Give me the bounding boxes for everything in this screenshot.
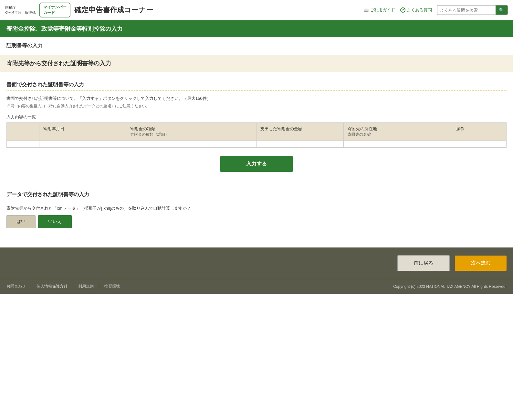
question-icon: ? [400,7,405,13]
table-row [7,141,507,148]
col-date: 寄附年月日 [39,123,126,141]
my-number-badge: マイナンバーカード [39,3,70,17]
book-icon: 📖 [363,8,369,13]
data-description: 寄附先等から交付された「xmlデータ」（拡張子が[.xml]のもの）を取り込んで… [6,205,507,211]
paper-section: 書面で交付された証明書等の入力 書面で交付された証明書等について、「入力する」ボ… [6,81,507,178]
agency-info: 国税庁 令和4年分 所得税 [5,5,36,15]
table-cell-num [7,141,39,148]
col-location: 寄附先の所在地 寄附先の名称 [343,123,452,141]
search-button[interactable]: 🔍 [496,5,508,15]
guide-link[interactable]: 📖 ご利用ガイド [363,7,395,13]
back-button[interactable]: 前に戻る [397,255,450,271]
col-type: 寄附金の種類 寄附金の種類（詳細） [126,123,256,141]
table-cell-amount [256,141,343,148]
sub-heading: 寄附先等から交付された証明書等の入力 [6,59,507,67]
next-button[interactable]: 次へ進む [455,256,507,271]
table-cell-date [39,141,126,148]
no-button[interactable]: いいえ [38,215,72,228]
footer-link-environment[interactable]: 推奨環境 [99,284,125,289]
paper-note: ※同一内容の重複入力（特に自動入力されたデータとの重複）にご注意ください。 [6,103,507,109]
header-nav: 📖 ご利用ガイド ? よくある質問 🔍 [363,5,508,15]
page-title: 寄附金控除、政党等寄附金等特別控除の入力 [6,25,507,33]
footer-link-contact[interactable]: お問合わせ [6,284,31,289]
faq-link[interactable]: ? よくある質問 [400,7,432,13]
list-label: 入力内容の一覧 [6,114,507,120]
header: 国税庁 令和4年分 所得税 マイナンバーカード 確定申告書作成コーナー 📖 ご利… [0,0,513,20]
table-cell-action [452,141,506,148]
copyright: Copyright (c) 2023 NATIONAL TAX AGENCY A… [393,284,507,289]
agency-name: 国税庁 [5,5,16,9]
section-header: 証明書等の入力 [0,37,513,55]
enter-button[interactable]: 入力する [220,156,293,172]
col-amount: 支出した寄附金の金額 [256,123,343,141]
sub-section-heading: 寄附先等から交付された証明書等の入力 [0,55,513,72]
paper-section-title: 書面で交付された証明書等の入力 [6,81,507,90]
search-box: 🔍 [437,5,508,15]
section-title: 証明書等の入力 [6,42,507,52]
table-cell-location [343,141,452,148]
footer-link-privacy[interactable]: 個人情報保護方針 [31,284,73,289]
col-num [7,123,39,141]
yn-buttons: はい いいえ [6,215,507,228]
main-content: 書面で交付された証明書等の入力 書面で交付された証明書等について、「入力する」ボ… [0,72,513,247]
paper-description: 書面で交付された証明書等について、「入力する」ボタンをクリックして入力してくださ… [6,96,507,101]
data-section: データで交付された証明書等の入力 寄附先等から交付された「xmlデータ」（拡張子… [6,191,507,228]
data-table: 寄附年月日 寄附金の種類 寄附金の種類（詳細） 支出した寄附金の金額 寄附先の所… [6,122,507,148]
search-input[interactable] [437,6,496,14]
footer-nav: 前に戻る 次へ進む [0,247,513,279]
footer-links: お問合わせ 個人情報保護方針 利用規約 推奨環境 Copyright (c) 2… [0,279,513,294]
enter-btn-wrapper: 入力する [6,153,507,178]
year-info: 令和4年分 所得税 [5,10,36,14]
table-cell-type [126,141,256,148]
footer-link-terms[interactable]: 利用規約 [73,284,99,289]
table-header-row: 寄附年月日 寄附金の種類 寄附金の種類（詳細） 支出した寄附金の金額 寄附先の所… [7,123,507,141]
page-title-bar: 寄附金控除、政党等寄附金等特別控除の入力 [0,20,513,37]
site-title: 確定申告書作成コーナー [74,5,360,15]
data-section-title: データで交付された証明書等の入力 [6,191,507,200]
yes-button[interactable]: はい [6,215,36,228]
col-action: 操作 [452,123,506,141]
